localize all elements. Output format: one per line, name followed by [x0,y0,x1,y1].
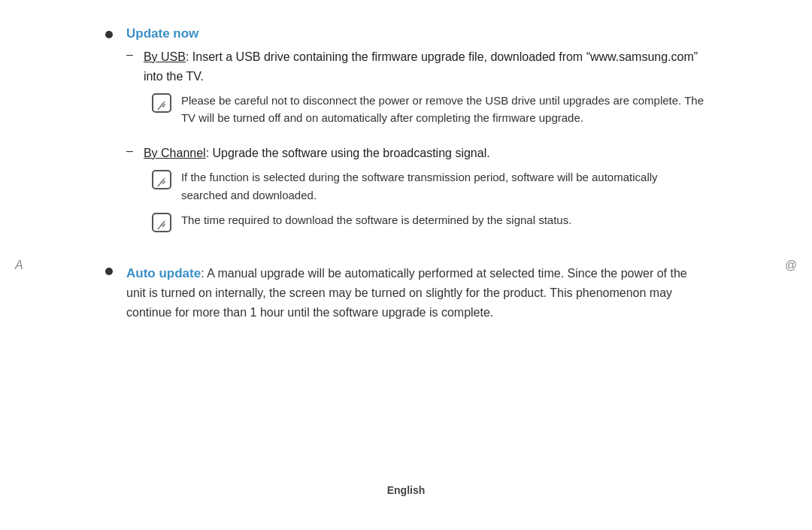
channel-desc: : Upgrade the software using the broadca… [206,147,490,159]
auto-update-title: Auto update [126,266,201,280]
bullet-content-update-now: Update now – By USB: Insert a USB drive … [126,26,707,250]
usb-note-text-1: Please be careful not to disconnect the … [181,92,707,127]
sub-dash-channel: – [126,144,133,158]
svg-text:𝓅: 𝓅 [156,98,165,111]
auto-update-text: Auto update: A manual upgrade will be au… [126,267,687,319]
note-icon-3: 𝓅 [151,212,172,233]
note-icon-1: 𝓅 [151,92,172,114]
sub-list-update-now: – By USB: Insert a USB drive containing … [126,47,707,241]
update-now-title: Update now [126,26,198,41]
side-label-right: @ [785,259,797,272]
bullet-content-auto-update: Auto update: A manual upgrade will be au… [126,263,707,322]
usb-note-item-1: 𝓅 Please be careful not to disconnect th… [151,92,707,127]
sub-item-usb: – By USB: Insert a USB drive containing … [126,47,707,135]
sub-content-channel: By Channel: Upgrade the software using t… [144,144,707,241]
bullet-item-auto-update: Auto update: A manual upgrade will be au… [105,263,707,322]
svg-text:𝓅: 𝓅 [156,218,165,230]
page-footer: English [60,477,752,500]
usb-text: By USB: Insert a USB drive containing th… [144,50,698,83]
sub-item-channel: – By Channel: Upgrade the software using… [126,144,707,241]
bullet-item-update-now: Update now – By USB: Insert a USB drive … [105,26,707,250]
side-label-left: A [15,259,23,272]
sub-dash-usb: – [126,48,133,62]
usb-label: By USB [144,50,186,63]
usb-note-list: 𝓅 Please be careful not to disconnect th… [151,92,707,127]
sub-content-usb: By USB: Insert a USB drive containing th… [144,47,707,135]
channel-note-text-1: If the function is selected during the s… [181,168,707,204]
page-container: A @ Update now – By USB: Insert a USB dr… [0,0,812,530]
svg-text:𝓅: 𝓅 [156,175,165,187]
channel-note-item-2: 𝓅 The time required to download the soft… [151,211,707,233]
bullet-dot-auto [105,268,113,275]
channel-note-item-1: 𝓅 If the function is selected during the… [151,168,707,204]
note-icon-2: 𝓅 [151,169,172,190]
auto-update-desc: : A manual upgrade will be automatically… [126,267,687,319]
footer-language: English [387,484,426,496]
usb-desc: : Insert a USB drive containing the firm… [144,50,698,83]
channel-text: By Channel: Upgrade the software using t… [144,147,490,159]
channel-note-text-2: The time required to download the softwa… [181,211,707,229]
content-area: Update now – By USB: Insert a USB drive … [60,15,752,477]
bullet-dot [105,31,113,38]
main-bullet-list: Update now – By USB: Insert a USB drive … [105,26,707,322]
channel-label: By Channel [144,147,206,159]
channel-note-list: 𝓅 If the function is selected during the… [151,168,707,233]
